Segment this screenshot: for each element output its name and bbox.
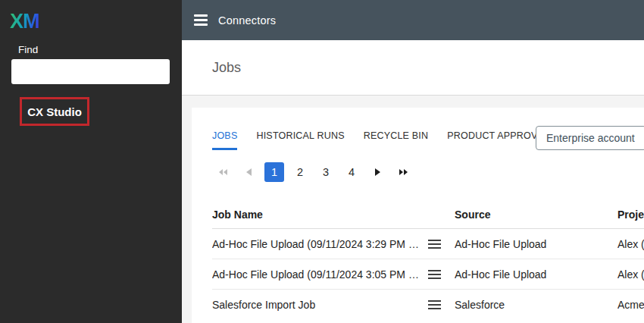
last-page-button[interactable] bbox=[393, 162, 413, 182]
triangle-left-icon bbox=[246, 168, 252, 176]
project-cell: Acme H bbox=[617, 299, 644, 311]
xm-logo: XM bbox=[10, 10, 39, 33]
find-input[interactable] bbox=[11, 59, 170, 84]
account-filter-select[interactable]: Enterprise account bbox=[536, 126, 644, 150]
row-menu-cell bbox=[428, 270, 455, 279]
column-header-source: Source bbox=[455, 209, 617, 221]
job-name-cell: Ad-Hoc File Upload (09/11/2024 3:05 PM … bbox=[212, 268, 428, 281]
source-cell: Ad-Hoc File Upload bbox=[455, 268, 617, 281]
table-row[interactable]: Ad-Hoc File Upload (09/11/2024 3:05 PM …… bbox=[212, 259, 644, 290]
topbar: Connectors bbox=[182, 0, 644, 40]
tab-historical-runs[interactable]: HISTORICAL RUNS bbox=[256, 130, 344, 150]
page-title: Jobs bbox=[212, 60, 241, 76]
sidebar: XM Find CX Studio bbox=[0, 0, 182, 323]
triangle-right-icon bbox=[375, 168, 380, 176]
row-menu-cell bbox=[428, 300, 455, 309]
find-label: Find bbox=[18, 44, 38, 55]
tab-recycle-bin[interactable]: RECYCLE BIN bbox=[364, 130, 429, 150]
row-menu-icon[interactable] bbox=[428, 300, 441, 309]
pagination: 1 2 3 4 bbox=[213, 162, 644, 182]
source-cell: Salesforce bbox=[455, 299, 617, 311]
main-area: Connectors Jobs JOBS HISTORICAL RUNS REC… bbox=[182, 0, 644, 323]
row-menu-icon[interactable] bbox=[428, 270, 441, 279]
jobs-table: Job Name Source Project Ad-Hoc File Uplo… bbox=[212, 200, 644, 320]
tab-product-approval[interactable]: PRODUCT APPROVAL bbox=[447, 130, 549, 150]
first-page-button[interactable] bbox=[213, 162, 233, 182]
page-button-3[interactable]: 3 bbox=[316, 162, 336, 182]
page-button-1[interactable]: 1 bbox=[264, 162, 284, 182]
row-menu-icon[interactable] bbox=[428, 240, 441, 249]
topbar-title: Connectors bbox=[218, 14, 276, 27]
tab-jobs[interactable]: JOBS bbox=[212, 130, 237, 150]
column-header-project: Project bbox=[617, 209, 644, 221]
table-header-row: Job Name Source Project bbox=[212, 200, 644, 229]
table-row[interactable]: Ad-Hoc File Upload (09/11/2024 3:29 PM …… bbox=[212, 229, 644, 259]
page-header: Jobs bbox=[182, 40, 644, 96]
job-name-cell: Ad-Hoc File Upload (09/11/2024 3:29 PM … bbox=[212, 238, 428, 250]
cx-studio-link[interactable]: CX Studio bbox=[27, 105, 82, 118]
project-cell: Alex (Te bbox=[617, 238, 644, 250]
source-cell: Ad-Hoc File Upload bbox=[455, 238, 617, 250]
menu-icon[interactable] bbox=[194, 14, 208, 26]
job-name-cell: Salesforce Import Job bbox=[212, 299, 428, 311]
prev-page-button[interactable] bbox=[239, 162, 258, 182]
double-triangle-left-icon bbox=[219, 169, 227, 175]
row-menu-cell bbox=[428, 240, 455, 249]
page-button-4[interactable]: 4 bbox=[342, 162, 361, 182]
table-row[interactable]: Salesforce Import Job Salesforce Acme H bbox=[212, 290, 644, 320]
annotation-highlight-box: CX Studio bbox=[20, 97, 89, 126]
double-triangle-right-icon bbox=[399, 169, 408, 175]
next-page-button[interactable] bbox=[367, 162, 387, 182]
column-header-job-name: Job Name bbox=[212, 209, 428, 221]
project-cell: Alex (Te bbox=[617, 268, 644, 281]
jobs-card: JOBS HISTORICAL RUNS RECYCLE BIN PRODUCT… bbox=[192, 108, 644, 323]
page-button-2[interactable]: 2 bbox=[290, 162, 310, 182]
